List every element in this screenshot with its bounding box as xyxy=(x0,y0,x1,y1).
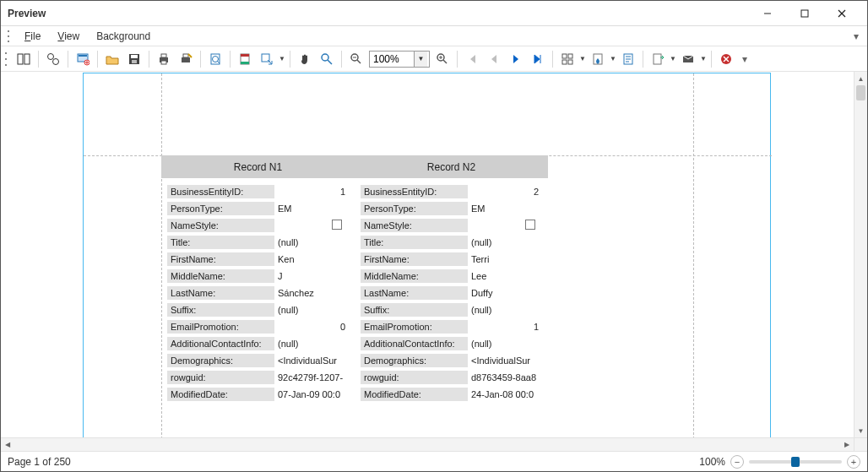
multipage-icon[interactable] xyxy=(557,49,578,69)
menu-bar: File View Background ▾ xyxy=(1,26,867,46)
close-preview-icon[interactable] xyxy=(716,49,736,69)
svg-rect-1 xyxy=(801,10,808,17)
maximize-button[interactable] xyxy=(786,2,823,25)
field-row: rowguid:d8763459-8aa8 xyxy=(361,369,542,386)
svg-rect-38 xyxy=(568,60,572,64)
svg-rect-13 xyxy=(132,60,137,63)
scale-dropdown[interactable]: ▼ xyxy=(278,55,286,62)
toolbar-grip xyxy=(5,52,10,66)
field-row: PersonType:EM xyxy=(167,200,349,217)
workspace: Record N1BusinessEntityID:1PersonType:EM… xyxy=(1,72,867,437)
multipage-dropdown[interactable]: ▼ xyxy=(578,55,587,62)
field-label: Suffix: xyxy=(167,303,274,317)
settings-icon[interactable] xyxy=(73,49,93,69)
field-label: FirstName: xyxy=(167,252,274,266)
menu-file[interactable]: File xyxy=(16,28,49,45)
quick-print-icon[interactable] xyxy=(176,49,196,69)
svg-rect-35 xyxy=(562,54,567,58)
scroll-right-icon[interactable]: ▶ xyxy=(840,438,854,452)
field-value: 92c4279f-1207- xyxy=(274,372,349,383)
export-dropdown[interactable]: ▼ xyxy=(669,55,677,62)
thumbnails-icon[interactable] xyxy=(14,49,34,69)
field-value: EM xyxy=(468,203,542,214)
menu-background[interactable]: Background xyxy=(88,28,159,45)
page: Record N1BusinessEntityID:1PersonType:EM… xyxy=(83,73,771,437)
page-color-icon[interactable] xyxy=(588,49,608,69)
svg-rect-24 xyxy=(241,62,249,64)
scroll-left-icon[interactable]: ◀ xyxy=(1,438,14,452)
svg-line-34 xyxy=(443,60,447,63)
email-dropdown[interactable]: ▼ xyxy=(699,55,708,62)
next-page-icon[interactable] xyxy=(506,49,526,69)
email-icon[interactable] xyxy=(678,49,698,69)
zoom-slider[interactable] xyxy=(749,460,842,464)
hand-tool-icon[interactable] xyxy=(295,49,315,69)
zoom-plus-button[interactable]: + xyxy=(847,455,860,469)
field-row: AdditionalContactInfo:(null) xyxy=(167,335,349,352)
toolbar: ▼ ▼ ▼ ▼ ▼ ▼ ▾ xyxy=(1,46,867,72)
export-icon[interactable] xyxy=(648,49,668,69)
zoom-out-icon[interactable] xyxy=(346,49,366,69)
svg-rect-23 xyxy=(241,54,249,57)
zoom-in-icon[interactable] xyxy=(432,49,453,69)
page-color-dropdown[interactable]: ▼ xyxy=(609,55,617,62)
field-value: Terri xyxy=(468,253,542,265)
zoom-combo[interactable]: ▼ xyxy=(369,51,430,68)
menu-view[interactable]: View xyxy=(49,28,88,45)
field-value: 1 xyxy=(468,321,542,333)
field-value: J xyxy=(274,270,349,282)
field-label: Title: xyxy=(167,236,274,249)
field-label: EmailPromotion: xyxy=(361,320,468,334)
page-setup-icon[interactable] xyxy=(205,49,225,69)
vertical-scrollbar[interactable]: ▲ ▼ xyxy=(854,72,867,437)
field-label: BusinessEntityID: xyxy=(361,185,468,198)
svg-point-6 xyxy=(48,53,54,59)
preview-canvas[interactable]: Record N1BusinessEntityID:1PersonType:EM… xyxy=(1,72,854,437)
zoom-minus-button[interactable]: − xyxy=(730,455,744,469)
field-value: 1 xyxy=(274,186,349,198)
zoom-input[interactable] xyxy=(370,52,414,66)
menubar-overflow[interactable]: ▾ xyxy=(849,30,864,42)
field-value: 0 xyxy=(274,321,349,333)
window-title: Preview xyxy=(8,8,749,19)
field-label: LastName: xyxy=(167,286,274,300)
record-header: Record N2 xyxy=(355,155,548,178)
save-icon[interactable] xyxy=(124,49,144,69)
field-value: Sánchez xyxy=(274,287,349,299)
toolbar-overflow[interactable]: ▾ xyxy=(739,53,751,65)
open-icon[interactable] xyxy=(102,49,122,69)
field-row: Suffix:(null) xyxy=(167,301,349,318)
field-row: MiddleName:Lee xyxy=(361,268,542,285)
prev-page-icon[interactable] xyxy=(484,49,504,69)
field-row: ModifiedDate:24-Jan-08 00:0 xyxy=(361,386,542,403)
magnifier-icon[interactable] xyxy=(317,49,337,69)
field-row: LastName:Duffy xyxy=(361,285,542,301)
scroll-down-icon[interactable]: ▼ xyxy=(854,424,868,437)
watermark-icon[interactable] xyxy=(618,49,638,69)
field-value: (null) xyxy=(468,304,542,316)
print-icon[interactable] xyxy=(154,49,174,69)
field-row: Suffix:(null) xyxy=(361,301,542,318)
zoom-combo-dropdown[interactable]: ▼ xyxy=(414,52,427,67)
field-label: PersonType: xyxy=(167,202,274,215)
field-row: FirstName:Terri xyxy=(361,251,542,268)
find-icon[interactable] xyxy=(43,49,63,69)
field-value: 24-Jan-08 00:0 xyxy=(468,388,542,400)
title-bar: Preview xyxy=(1,1,867,26)
scale-icon[interactable] xyxy=(257,49,277,69)
field-label: BusinessEntityID: xyxy=(167,185,274,198)
field-row: MiddleName:J xyxy=(167,268,349,285)
field-value: (null) xyxy=(468,338,542,350)
svg-point-7 xyxy=(53,58,59,64)
header-footer-icon[interactable] xyxy=(235,49,255,69)
last-page-icon[interactable] xyxy=(528,49,548,69)
scroll-up-icon[interactable]: ▲ xyxy=(854,72,868,85)
svg-rect-37 xyxy=(562,60,567,64)
horizontal-scrollbar[interactable]: ◀ ▶ xyxy=(1,437,854,451)
svg-rect-15 xyxy=(161,54,166,57)
field-value: Lee xyxy=(468,270,542,282)
minimize-button[interactable] xyxy=(749,2,786,25)
close-button[interactable] xyxy=(823,2,860,25)
field-row: Demographics:<IndividualSur xyxy=(167,352,349,369)
first-page-icon[interactable] xyxy=(462,49,482,69)
